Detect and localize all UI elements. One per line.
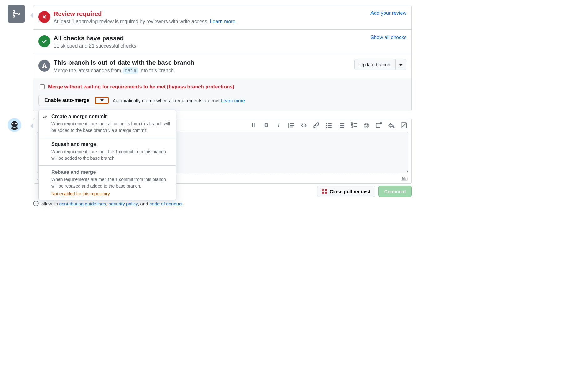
svg-rect-23 bbox=[351, 126, 353, 128]
svg-rect-12 bbox=[328, 123, 332, 124]
bold-icon[interactable]: B bbox=[263, 122, 269, 128]
svg-point-7 bbox=[13, 123, 13, 124]
code-icon[interactable] bbox=[301, 122, 307, 128]
update-branch-button[interactable]: Update branch bbox=[354, 59, 395, 70]
learn-more-link[interactable]: Learn more. bbox=[210, 19, 237, 24]
checks-row: All checks have passed 11 skipped and 21… bbox=[33, 30, 411, 54]
update-branch-group: Update branch bbox=[354, 59, 406, 70]
update-branch-caret[interactable] bbox=[395, 59, 406, 70]
bypass-label: Merge without waiting for requirements t… bbox=[48, 84, 234, 90]
link-icon[interactable] bbox=[313, 122, 319, 128]
check-icon bbox=[43, 114, 48, 119]
svg-point-28 bbox=[322, 192, 324, 194]
outofdate-row: This branch is out-of-date with the base… bbox=[33, 54, 411, 78]
contributing-footer: ollow its contributing guidelines, secur… bbox=[33, 201, 412, 206]
automerge-caret-button[interactable] bbox=[95, 97, 109, 104]
svg-rect-22 bbox=[354, 123, 357, 124]
merge-footer: Merge without waiting for requirements t… bbox=[33, 78, 411, 111]
add-review-link[interactable]: Add your review bbox=[370, 10, 406, 16]
checks-subtitle: 11 skipped and 21 successful checks bbox=[54, 43, 406, 49]
heading-icon[interactable]: H bbox=[251, 122, 257, 128]
svg-point-29 bbox=[325, 192, 327, 194]
merge-method-dropdown: Create a merge commit When requirements … bbox=[38, 110, 176, 200]
review-title: Review required bbox=[54, 10, 406, 18]
review-subtitle: At least 1 approving review is required … bbox=[54, 19, 406, 24]
svg-rect-13 bbox=[328, 125, 332, 126]
contributing-guidelines-link[interactable]: contributing guidelines bbox=[59, 201, 106, 206]
svg-rect-20 bbox=[340, 127, 344, 128]
alert-icon bbox=[38, 60, 50, 72]
cross-reference-icon[interactable] bbox=[376, 122, 382, 128]
comment-button[interactable]: Comment bbox=[378, 186, 412, 197]
avatar bbox=[8, 118, 21, 132]
merge-option-squash[interactable]: Squash and merge When requirements are m… bbox=[39, 138, 176, 166]
bypass-checkbox[interactable] bbox=[40, 84, 45, 89]
mention-icon[interactable]: @ bbox=[363, 122, 370, 128]
italic-icon[interactable]: I bbox=[276, 122, 282, 128]
svg-text:3: 3 bbox=[338, 126, 340, 128]
unordered-list-icon[interactable] bbox=[326, 122, 332, 128]
info-icon bbox=[33, 201, 39, 206]
automerge-learn-more-link[interactable]: Learn more bbox=[221, 98, 245, 103]
quote-icon[interactable] bbox=[288, 122, 294, 128]
svg-point-0 bbox=[13, 11, 15, 13]
git-pr-closed-icon bbox=[322, 188, 327, 194]
security-policy-link[interactable]: security policy bbox=[109, 201, 138, 206]
branch-badge: main bbox=[123, 67, 139, 74]
merge-option-rebase[interactable]: Rebase and merge When requirements are m… bbox=[39, 166, 176, 200]
svg-rect-18 bbox=[340, 123, 344, 124]
svg-rect-25 bbox=[376, 123, 380, 128]
svg-rect-24 bbox=[354, 126, 357, 127]
svg-point-8 bbox=[16, 123, 16, 124]
square-icon[interactable] bbox=[401, 122, 407, 128]
not-enabled-warning: Not enabled for this repository bbox=[51, 191, 171, 196]
svg-point-27 bbox=[322, 189, 324, 191]
svg-point-11 bbox=[326, 127, 327, 128]
svg-point-9 bbox=[326, 123, 327, 124]
checks-title: All checks have passed bbox=[54, 35, 406, 42]
markdown-badge[interactable]: M↓ bbox=[401, 177, 408, 181]
merge-option-create-commit[interactable]: Create a merge commit When requirements … bbox=[39, 110, 176, 138]
show-checks-link[interactable]: Show all checks bbox=[370, 35, 406, 40]
code-of-conduct-link[interactable]: code of conduct bbox=[150, 201, 183, 206]
enable-automerge-button[interactable]: Enable auto-merge bbox=[38, 95, 95, 106]
outofdate-subtitle: Merge the latest changes from main into … bbox=[54, 68, 406, 73]
caret-down-icon bbox=[100, 99, 104, 101]
check-circle-icon bbox=[38, 35, 50, 47]
ordered-list-icon[interactable]: 123 bbox=[338, 122, 345, 128]
automerge-row: Enable auto-merge Automatically merge wh… bbox=[38, 95, 406, 106]
reply-icon[interactable] bbox=[388, 122, 395, 128]
svg-point-1 bbox=[13, 15, 15, 17]
review-required-row: Review required At least 1 approving rev… bbox=[33, 5, 411, 30]
x-circle-icon bbox=[38, 11, 50, 23]
svg-point-10 bbox=[326, 125, 327, 126]
svg-rect-19 bbox=[340, 125, 344, 126]
outofdate-title: This branch is out-of-date with the base… bbox=[54, 59, 406, 66]
merge-status-panel: Review required At least 1 approving rev… bbox=[33, 5, 412, 111]
merge-icon bbox=[8, 5, 25, 23]
svg-point-2 bbox=[18, 13, 20, 15]
close-pr-button[interactable]: Close pull request bbox=[317, 186, 375, 197]
bypass-checkbox-row[interactable]: Merge without waiting for requirements t… bbox=[38, 83, 406, 90]
tasklist-icon[interactable] bbox=[351, 122, 357, 128]
svg-rect-14 bbox=[328, 127, 332, 128]
